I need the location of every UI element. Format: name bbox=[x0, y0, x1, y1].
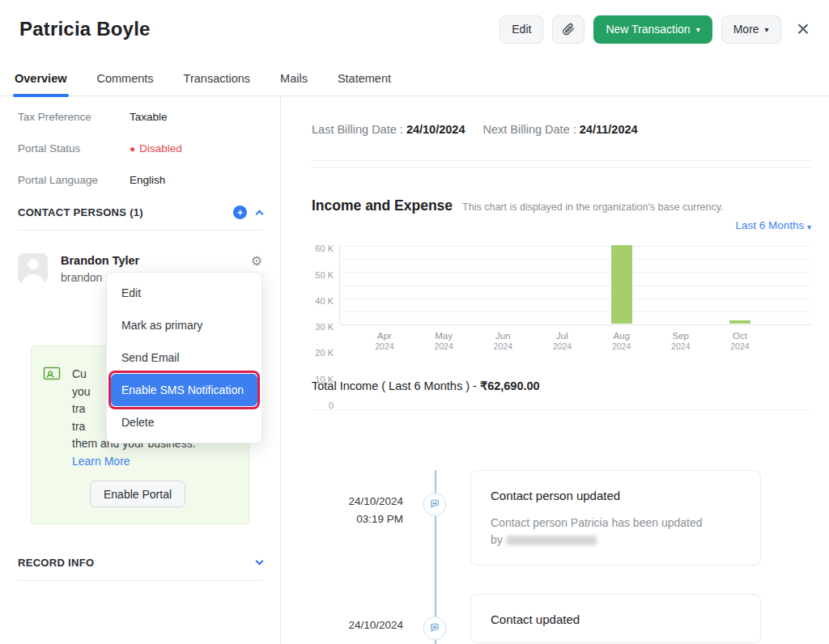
content: Tax Preference Taxable Portal Status ●Di… bbox=[0, 96, 829, 644]
range-selector[interactable]: Last 6 Months ▾ bbox=[735, 219, 811, 231]
menu-item-edit[interactable]: Edit bbox=[107, 277, 261, 309]
attachment-button[interactable] bbox=[552, 15, 585, 44]
menu-item-enable-sms-notification[interactable]: Enable SMS Notification bbox=[111, 374, 257, 406]
timeline-card-title: Contact updated bbox=[491, 612, 741, 626]
field-value: Taxable bbox=[130, 111, 168, 123]
next-billing-label: Next Billing Date : bbox=[483, 123, 576, 136]
activity-timeline: 24/10/2024 03:19 PM Contact person updat… bbox=[312, 470, 811, 643]
contact-person-context-menu: Edit Mark as primary Send Email Enable S… bbox=[106, 272, 262, 443]
tab-bar: Overview Comments Transactions Mails Sta… bbox=[0, 58, 829, 96]
paperclip-icon bbox=[562, 23, 575, 36]
status-dot-icon: ● bbox=[130, 143, 135, 155]
field-portal-language: Portal Language English bbox=[18, 174, 262, 186]
gridline: 40 K bbox=[340, 272, 811, 273]
gridline: 60 K bbox=[340, 246, 811, 247]
add-contact-person-button[interactable]: + bbox=[233, 205, 247, 219]
menu-item-send-email[interactable]: Send Email bbox=[107, 341, 261, 374]
timeline-card-body: Contact person Patricia has been updated… bbox=[491, 515, 741, 549]
comment-bubble-icon bbox=[423, 493, 447, 516]
tab-comments[interactable]: Comments bbox=[96, 72, 155, 95]
chart-x-axis: Apr2024May2024Jun2024Jul2024Aug2024Sep20… bbox=[339, 331, 811, 358]
more-label: More bbox=[733, 23, 759, 36]
x-tick-label: Sep2024 bbox=[671, 331, 690, 352]
learn-more-link[interactable]: Learn More bbox=[72, 453, 196, 471]
more-button[interactable]: More ▾ bbox=[721, 15, 781, 44]
sidebar: Tax Preference Taxable Portal Status ●Di… bbox=[0, 96, 281, 644]
menu-item-delete[interactable]: Delete bbox=[107, 406, 261, 439]
last-billing-label: Last Billing Date : bbox=[312, 123, 403, 136]
avatar bbox=[18, 253, 48, 283]
y-tick-label: 50 K bbox=[315, 270, 334, 280]
chevron-up-icon[interactable] bbox=[256, 210, 264, 218]
income-expense-chart: 010 K20 K30 K40 K50 K60 K Apr2024May2024… bbox=[339, 244, 811, 358]
next-billing-value: 24/11/2024 bbox=[580, 123, 638, 136]
page-header: Patricia Boyle Edit New Transaction ▾ Mo… bbox=[0, 0, 829, 58]
field-label: Portal Status bbox=[18, 142, 130, 155]
x-tick-label: Jun2024 bbox=[494, 331, 512, 352]
last-billing-value: 24/10/2024 bbox=[406, 123, 466, 136]
tab-statement[interactable]: Statement bbox=[336, 72, 393, 95]
y-tick-label: 60 K bbox=[315, 244, 334, 253]
field-value: English bbox=[130, 174, 165, 186]
section-subtitle: This chart is displayed in the organizat… bbox=[462, 201, 723, 213]
x-tick-label: Oct2024 bbox=[730, 331, 749, 352]
caret-down-icon: ▾ bbox=[807, 222, 811, 231]
enable-portal-button[interactable]: Enable Portal bbox=[90, 481, 185, 507]
field-label: Tax Preference bbox=[18, 111, 130, 123]
status-badge: ●Disabled bbox=[130, 142, 182, 155]
total-income-line: Total Income ( Last 6 Months ) - ₹62,690… bbox=[312, 379, 811, 392]
timeline-datetime: 24/10/2024 bbox=[312, 594, 425, 643]
gridline: 30 K bbox=[340, 286, 811, 286]
divider bbox=[312, 409, 811, 410]
page-title: Patricia Boyle bbox=[19, 18, 151, 40]
y-tick-label: 0 bbox=[329, 400, 334, 410]
record-info-header[interactable]: RECORD INFO bbox=[18, 557, 262, 581]
tab-transactions[interactable]: Transactions bbox=[182, 72, 252, 95]
y-tick-label: 20 K bbox=[315, 348, 334, 358]
x-tick-label: May2024 bbox=[434, 331, 453, 352]
edit-button[interactable]: Edit bbox=[500, 15, 543, 44]
contact-persons-header: CONTACT PERSONS (1) + bbox=[18, 205, 262, 231]
x-tick-label: Aug2024 bbox=[612, 331, 631, 352]
new-transaction-button[interactable]: New Transaction ▾ bbox=[593, 15, 712, 44]
timeline-card-title: Contact person updated bbox=[491, 489, 741, 502]
menu-item-mark-as-primary[interactable]: Mark as primary bbox=[107, 309, 261, 341]
gridline: 10 K bbox=[340, 311, 811, 312]
tab-overview[interactable]: Overview bbox=[13, 72, 69, 95]
y-tick-label: 40 K bbox=[315, 296, 334, 306]
gridline: 0 bbox=[340, 324, 811, 325]
close-icon[interactable]: × bbox=[797, 18, 810, 40]
y-tick-label: 30 K bbox=[315, 322, 334, 332]
field-portal-status: Portal Status ●Disabled bbox=[18, 142, 262, 155]
field-label: Portal Language bbox=[18, 174, 130, 186]
y-tick-label: 10 K bbox=[315, 375, 334, 384]
tab-mails[interactable]: Mails bbox=[278, 72, 309, 95]
contact-persons-title: CONTACT PERSONS (1) bbox=[18, 206, 143, 218]
caret-down-icon: ▾ bbox=[765, 26, 769, 34]
comment-bubble-icon bbox=[423, 616, 447, 640]
customer-portal-icon bbox=[43, 366, 61, 470]
x-tick-label: Apr2024 bbox=[375, 331, 393, 352]
record-info-title: RECORD INFO bbox=[18, 557, 94, 569]
bar-oct bbox=[729, 320, 750, 324]
contact-person-name: Brandon Tyler bbox=[61, 254, 139, 267]
income-expense-header: Income and ExpenseThis chart is displaye… bbox=[312, 197, 811, 214]
main-panel: Last Billing Date : 24/10/2024 Next Bill… bbox=[281, 96, 829, 644]
x-tick-label: Jul2024 bbox=[553, 331, 572, 352]
timeline-card: Contact updated bbox=[470, 594, 761, 643]
chart-plot: 010 K20 K30 K40 K50 K60 K bbox=[339, 244, 811, 324]
gridline: 50 K bbox=[340, 259, 811, 260]
divider bbox=[312, 160, 811, 167]
timeline-datetime: 24/10/2024 03:19 PM bbox=[312, 470, 425, 566]
timeline-card: Contact person updated Contact person Pa… bbox=[470, 470, 761, 566]
new-transaction-label: New Transaction bbox=[606, 23, 690, 36]
chevron-down-icon bbox=[256, 557, 264, 566]
total-income-value: ₹62,690.00 bbox=[480, 379, 540, 392]
section-title: Income and Expense bbox=[312, 197, 453, 214]
timeline-entry: 24/10/2024 Contact updated bbox=[312, 594, 811, 643]
billing-dates: Last Billing Date : 24/10/2024 Next Bill… bbox=[312, 123, 811, 136]
timeline-entry: 24/10/2024 03:19 PM Contact person updat… bbox=[312, 470, 811, 566]
header-actions: Edit New Transaction ▾ More ▾ × bbox=[500, 15, 810, 44]
caret-down-icon: ▾ bbox=[696, 26, 700, 34]
bar-aug bbox=[611, 245, 632, 324]
